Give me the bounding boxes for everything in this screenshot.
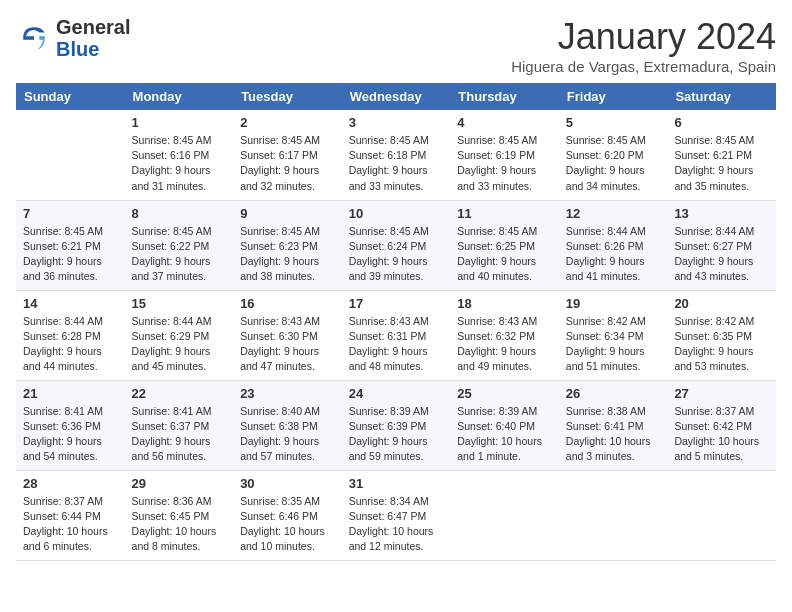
day-number: 18 xyxy=(457,296,552,311)
col-header-friday: Friday xyxy=(559,83,668,110)
cell-details: Sunrise: 8:45 AMSunset: 6:25 PMDaylight:… xyxy=(457,224,552,285)
calendar-cell: 3Sunrise: 8:45 AMSunset: 6:18 PMDaylight… xyxy=(342,110,451,200)
calendar-cell xyxy=(16,110,125,200)
cell-details: Sunrise: 8:43 AMSunset: 6:32 PMDaylight:… xyxy=(457,314,552,375)
day-number: 7 xyxy=(23,206,118,221)
day-number: 4 xyxy=(457,115,552,130)
cell-details: Sunrise: 8:45 AMSunset: 6:22 PMDaylight:… xyxy=(132,224,227,285)
calendar-cell: 9Sunrise: 8:45 AMSunset: 6:23 PMDaylight… xyxy=(233,200,342,290)
calendar-cell: 7Sunrise: 8:45 AMSunset: 6:21 PMDaylight… xyxy=(16,200,125,290)
day-number: 5 xyxy=(566,115,661,130)
month-title: January 2024 xyxy=(511,16,776,58)
day-number: 28 xyxy=(23,476,118,491)
logo-text-block: General Blue xyxy=(56,16,130,60)
day-number: 14 xyxy=(23,296,118,311)
calendar-cell: 6Sunrise: 8:45 AMSunset: 6:21 PMDaylight… xyxy=(667,110,776,200)
day-number: 9 xyxy=(240,206,335,221)
calendar-cell: 24Sunrise: 8:39 AMSunset: 6:39 PMDayligh… xyxy=(342,380,451,470)
calendar-cell: 26Sunrise: 8:38 AMSunset: 6:41 PMDayligh… xyxy=(559,380,668,470)
calendar-table: SundayMondayTuesdayWednesdayThursdayFrid… xyxy=(16,83,776,561)
cell-details: Sunrise: 8:37 AMSunset: 6:42 PMDaylight:… xyxy=(674,404,769,465)
calendar-cell: 22Sunrise: 8:41 AMSunset: 6:37 PMDayligh… xyxy=(125,380,234,470)
calendar-cell: 8Sunrise: 8:45 AMSunset: 6:22 PMDaylight… xyxy=(125,200,234,290)
cell-details: Sunrise: 8:40 AMSunset: 6:38 PMDaylight:… xyxy=(240,404,335,465)
day-number: 6 xyxy=(674,115,769,130)
cell-details: Sunrise: 8:45 AMSunset: 6:21 PMDaylight:… xyxy=(23,224,118,285)
calendar-cell: 21Sunrise: 8:41 AMSunset: 6:36 PMDayligh… xyxy=(16,380,125,470)
calendar-body: 1Sunrise: 8:45 AMSunset: 6:16 PMDaylight… xyxy=(16,110,776,560)
calendar-cell: 12Sunrise: 8:44 AMSunset: 6:26 PMDayligh… xyxy=(559,200,668,290)
day-number: 19 xyxy=(566,296,661,311)
cell-details: Sunrise: 8:36 AMSunset: 6:45 PMDaylight:… xyxy=(132,494,227,555)
cell-details: Sunrise: 8:37 AMSunset: 6:44 PMDaylight:… xyxy=(23,494,118,555)
calendar-row: 21Sunrise: 8:41 AMSunset: 6:36 PMDayligh… xyxy=(16,380,776,470)
calendar-cell: 10Sunrise: 8:45 AMSunset: 6:24 PMDayligh… xyxy=(342,200,451,290)
cell-details: Sunrise: 8:41 AMSunset: 6:37 PMDaylight:… xyxy=(132,404,227,465)
calendar-cell: 17Sunrise: 8:43 AMSunset: 6:31 PMDayligh… xyxy=(342,290,451,380)
day-number: 16 xyxy=(240,296,335,311)
calendar-cell: 29Sunrise: 8:36 AMSunset: 6:45 PMDayligh… xyxy=(125,470,234,560)
cell-details: Sunrise: 8:38 AMSunset: 6:41 PMDaylight:… xyxy=(566,404,661,465)
title-block: January 2024 Higuera de Vargas, Extremad… xyxy=(511,16,776,75)
col-header-monday: Monday xyxy=(125,83,234,110)
location: Higuera de Vargas, Extremadura, Spain xyxy=(511,58,776,75)
calendar-cell xyxy=(559,470,668,560)
day-number: 29 xyxy=(132,476,227,491)
calendar-cell: 15Sunrise: 8:44 AMSunset: 6:29 PMDayligh… xyxy=(125,290,234,380)
calendar-cell: 13Sunrise: 8:44 AMSunset: 6:27 PMDayligh… xyxy=(667,200,776,290)
calendar-cell: 27Sunrise: 8:37 AMSunset: 6:42 PMDayligh… xyxy=(667,380,776,470)
day-number: 31 xyxy=(349,476,444,491)
calendar-cell: 30Sunrise: 8:35 AMSunset: 6:46 PMDayligh… xyxy=(233,470,342,560)
col-header-tuesday: Tuesday xyxy=(233,83,342,110)
day-number: 23 xyxy=(240,386,335,401)
page-header: General Blue January 2024 Higuera de Var… xyxy=(16,16,776,75)
day-number: 26 xyxy=(566,386,661,401)
cell-details: Sunrise: 8:45 AMSunset: 6:19 PMDaylight:… xyxy=(457,133,552,194)
cell-details: Sunrise: 8:35 AMSunset: 6:46 PMDaylight:… xyxy=(240,494,335,555)
calendar-cell: 14Sunrise: 8:44 AMSunset: 6:28 PMDayligh… xyxy=(16,290,125,380)
cell-details: Sunrise: 8:44 AMSunset: 6:27 PMDaylight:… xyxy=(674,224,769,285)
day-number: 1 xyxy=(132,115,227,130)
logo-general: General xyxy=(56,16,130,38)
cell-details: Sunrise: 8:43 AMSunset: 6:31 PMDaylight:… xyxy=(349,314,444,375)
day-number: 3 xyxy=(349,115,444,130)
calendar-cell: 11Sunrise: 8:45 AMSunset: 6:25 PMDayligh… xyxy=(450,200,559,290)
col-header-sunday: Sunday xyxy=(16,83,125,110)
cell-details: Sunrise: 8:39 AMSunset: 6:40 PMDaylight:… xyxy=(457,404,552,465)
cell-details: Sunrise: 8:44 AMSunset: 6:29 PMDaylight:… xyxy=(132,314,227,375)
logo-blue: Blue xyxy=(56,38,99,60)
calendar-cell xyxy=(667,470,776,560)
calendar-cell: 2Sunrise: 8:45 AMSunset: 6:17 PMDaylight… xyxy=(233,110,342,200)
col-header-thursday: Thursday xyxy=(450,83,559,110)
cell-details: Sunrise: 8:45 AMSunset: 6:23 PMDaylight:… xyxy=(240,224,335,285)
column-header-row: SundayMondayTuesdayWednesdayThursdayFrid… xyxy=(16,83,776,110)
day-number: 8 xyxy=(132,206,227,221)
calendar-row: 1Sunrise: 8:45 AMSunset: 6:16 PMDaylight… xyxy=(16,110,776,200)
day-number: 17 xyxy=(349,296,444,311)
cell-details: Sunrise: 8:45 AMSunset: 6:18 PMDaylight:… xyxy=(349,133,444,194)
day-number: 13 xyxy=(674,206,769,221)
calendar-cell: 5Sunrise: 8:45 AMSunset: 6:20 PMDaylight… xyxy=(559,110,668,200)
calendar-cell: 19Sunrise: 8:42 AMSunset: 6:34 PMDayligh… xyxy=(559,290,668,380)
cell-details: Sunrise: 8:42 AMSunset: 6:35 PMDaylight:… xyxy=(674,314,769,375)
cell-details: Sunrise: 8:39 AMSunset: 6:39 PMDaylight:… xyxy=(349,404,444,465)
cell-details: Sunrise: 8:45 AMSunset: 6:24 PMDaylight:… xyxy=(349,224,444,285)
calendar-cell xyxy=(450,470,559,560)
day-number: 27 xyxy=(674,386,769,401)
cell-details: Sunrise: 8:45 AMSunset: 6:21 PMDaylight:… xyxy=(674,133,769,194)
calendar-cell: 1Sunrise: 8:45 AMSunset: 6:16 PMDaylight… xyxy=(125,110,234,200)
col-header-wednesday: Wednesday xyxy=(342,83,451,110)
cell-details: Sunrise: 8:45 AMSunset: 6:20 PMDaylight:… xyxy=(566,133,661,194)
cell-details: Sunrise: 8:42 AMSunset: 6:34 PMDaylight:… xyxy=(566,314,661,375)
calendar-row: 7Sunrise: 8:45 AMSunset: 6:21 PMDaylight… xyxy=(16,200,776,290)
cell-details: Sunrise: 8:44 AMSunset: 6:28 PMDaylight:… xyxy=(23,314,118,375)
cell-details: Sunrise: 8:41 AMSunset: 6:36 PMDaylight:… xyxy=(23,404,118,465)
calendar-cell: 31Sunrise: 8:34 AMSunset: 6:47 PMDayligh… xyxy=(342,470,451,560)
day-number: 2 xyxy=(240,115,335,130)
calendar-cell: 16Sunrise: 8:43 AMSunset: 6:30 PMDayligh… xyxy=(233,290,342,380)
cell-details: Sunrise: 8:34 AMSunset: 6:47 PMDaylight:… xyxy=(349,494,444,555)
cell-details: Sunrise: 8:43 AMSunset: 6:30 PMDaylight:… xyxy=(240,314,335,375)
day-number: 15 xyxy=(132,296,227,311)
calendar-cell: 4Sunrise: 8:45 AMSunset: 6:19 PMDaylight… xyxy=(450,110,559,200)
day-number: 10 xyxy=(349,206,444,221)
